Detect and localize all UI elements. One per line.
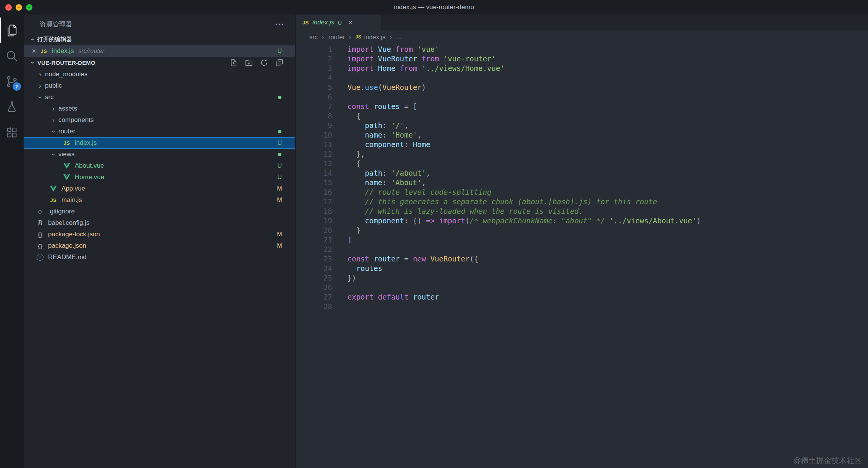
zoom-window-button[interactable]: + (26, 4, 32, 11)
code-line-8[interactable]: 8 { (296, 111, 868, 121)
close-tab-icon[interactable]: × (348, 18, 352, 27)
tree-item-label: src (45, 93, 54, 101)
breadcrumb-item-src[interactable]: src (309, 34, 318, 41)
code-line-26[interactable]: 26 (296, 283, 868, 292)
code-line-5[interactable]: 5Vue.use(VueRouter) (296, 83, 868, 92)
breadcrumb-item-index.js[interactable]: JSindex.js (355, 34, 386, 41)
chevron-right-icon: › (35, 71, 45, 79)
tree-folder-assets[interactable]: ›assets (24, 103, 295, 114)
chevron-right-icon: › (35, 82, 45, 90)
tree-folder-node_modules[interactable]: ›node_modules (24, 69, 295, 80)
code-line-24[interactable]: 24 routes (296, 264, 868, 273)
titlebar: × − + index.js — vue-router-demo (0, 0, 868, 14)
code-line-1[interactable]: 1import Vue from 'vue' (296, 45, 868, 54)
tree-file-App.vue[interactable]: App.vueM (24, 183, 295, 194)
code-line-12[interactable]: 12 }, (296, 149, 868, 159)
new-file-icon[interactable] (229, 58, 238, 67)
code-line-4[interactable]: 4 (296, 73, 868, 83)
line-number: 14 (296, 168, 332, 178)
extensions-icon[interactable] (0, 120, 24, 145)
tree-folder-views[interactable]: ›views (24, 149, 295, 160)
search-icon[interactable] (0, 43, 24, 69)
explorer-icon[interactable] (0, 18, 24, 43)
minimize-window-button[interactable]: − (16, 4, 22, 11)
tree-file-About.vue[interactable]: About.vueU (24, 160, 295, 171)
code-editor[interactable]: 1import Vue from 'vue'2import VueRouter … (296, 43, 868, 468)
code-text: path: '/about', (347, 168, 430, 178)
open-editor-item-indexjs[interactable]: × JS index.js src/router U (24, 45, 295, 57)
line-number: 11 (296, 140, 332, 149)
code-line-17[interactable]: 17 // this generates a separate chunk (a… (296, 197, 868, 207)
more-actions-icon[interactable]: ⋯ (275, 19, 284, 29)
code-line-21[interactable]: 21] (296, 235, 868, 245)
tree-folder-src[interactable]: ›src (24, 91, 295, 103)
code-line-9[interactable]: 9 path: '/', (296, 121, 868, 130)
tree-file-package.json[interactable]: {}package.jsonM (24, 240, 295, 252)
tab-indexjs[interactable]: JS index.js U × (296, 14, 381, 30)
refresh-explorer-icon[interactable] (260, 58, 268, 67)
breadcrumb-separator-icon: › (349, 33, 351, 41)
code-line-20[interactable]: 20 } (296, 226, 868, 235)
code-line-6[interactable]: 6 (296, 92, 868, 102)
sidebar-header: 资源管理器 ⋯ (24, 14, 295, 34)
tree-item-label: assets (58, 105, 77, 112)
code-line-10[interactable]: 10 name: 'Home', (296, 130, 868, 140)
tree-item-label: App.vue (61, 185, 85, 192)
tree-file-package-lock.json[interactable]: {}package-lock.jsonM (24, 229, 295, 240)
code-text: }, (347, 149, 365, 159)
sidebar-title: 资源管理器 (40, 20, 72, 29)
code-line-18[interactable]: 18 // which is lazy-loaded when the rout… (296, 207, 868, 216)
line-number: 10 (296, 130, 332, 140)
git-status-badge: U (275, 139, 284, 146)
line-number: 12 (296, 149, 332, 159)
code-text: // this generates a separate chunk (abou… (347, 197, 657, 207)
code-text: name: 'Home', (347, 130, 422, 140)
code-line-3[interactable]: 3import Home from '../views/Home.vue' (296, 64, 868, 73)
breadcrumb-item-router[interactable]: router (328, 34, 345, 41)
breadcrumb-item-...[interactable]: ... (396, 34, 402, 41)
tree-file-babel.config.js[interactable]: Bbabel.config.js (24, 217, 295, 229)
new-folder-icon[interactable] (244, 58, 253, 67)
js-file-icon: JS (48, 197, 58, 203)
code-line-25[interactable]: 25}) (296, 273, 868, 283)
source-control-icon[interactable]: 7 (0, 69, 24, 94)
code-line-27[interactable]: 27export default router (296, 292, 868, 302)
line-number: 6 (296, 92, 332, 102)
tree-item-label: README.md (48, 253, 87, 261)
code-text: name: 'About', (347, 178, 426, 188)
code-line-16[interactable]: 16 // route level code-splitting (296, 188, 868, 197)
code-line-11[interactable]: 11 component: Home (296, 140, 868, 149)
tree-file-README.md[interactable]: iREADME.md (24, 252, 295, 263)
run-debug-icon[interactable] (0, 94, 24, 120)
tree-file-Home.vue[interactable]: Home.vueU (24, 171, 295, 183)
tab-label: index.js (312, 19, 334, 26)
code-line-19[interactable]: 19 component: () => import(/* webpackChu… (296, 216, 868, 226)
tree-folder-public[interactable]: ›public (24, 80, 295, 91)
collapse-folders-icon[interactable] (275, 58, 284, 67)
window-controls: × − + (5, 0, 32, 14)
code-text: }) (347, 273, 356, 283)
code-line-2[interactable]: 2import VueRouter from 'vue-router' (296, 54, 868, 64)
git-modified-dot (275, 94, 284, 101)
line-number: 2 (296, 54, 332, 64)
line-number: 21 (296, 235, 332, 245)
project-section-header[interactable]: › VUE-ROUTER-DEMO (24, 57, 295, 69)
code-line-7[interactable]: 7const routes = [ (296, 102, 868, 111)
code-line-14[interactable]: 14 path: '/about', (296, 168, 868, 178)
tree-folder-components[interactable]: ›components (24, 114, 295, 126)
code-line-23[interactable]: 23const router = new VueRouter({ (296, 254, 868, 264)
tree-file-index.js[interactable]: JSindex.jsU (24, 137, 295, 149)
vue-file-icon (48, 186, 58, 192)
tree-file-.gitignore[interactable]: ◇.gitignore (24, 206, 295, 217)
tree-folder-router[interactable]: ›router (24, 126, 295, 137)
explorer-sidebar: 资源管理器 ⋯ › 打开的编辑器 × JS index.js src/route… (24, 14, 296, 468)
open-editors-section-header[interactable]: › 打开的编辑器 (24, 34, 295, 45)
code-line-15[interactable]: 15 name: 'About', (296, 178, 868, 188)
tree-file-main.js[interactable]: JSmain.jsM (24, 194, 295, 206)
close-window-button[interactable]: × (5, 4, 12, 11)
code-line-28[interactable]: 28 (296, 302, 868, 311)
code-line-13[interactable]: 13 { (296, 159, 868, 168)
close-editor-icon[interactable]: × (29, 47, 39, 55)
code-line-22[interactable]: 22 (296, 245, 868, 254)
git-status-badge: M (275, 197, 284, 204)
